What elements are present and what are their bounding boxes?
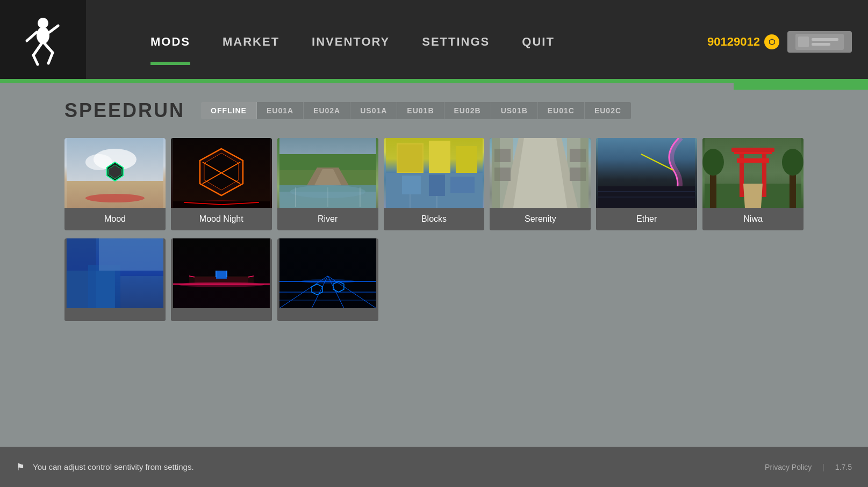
niwa-thumbnail-icon bbox=[702, 138, 804, 208]
svg-point-104 bbox=[301, 279, 355, 284]
map-card-serenity[interactable]: Serenity bbox=[490, 138, 591, 230]
svg-rect-46 bbox=[450, 177, 474, 193]
extra2-thumbnail-icon bbox=[171, 238, 272, 308]
svg-line-5 bbox=[33, 55, 38, 64]
serenity-thumbnail-icon bbox=[490, 138, 591, 208]
map-label-mood-night: Mood Night bbox=[171, 208, 272, 230]
nav-quit[interactable]: QUIT bbox=[522, 35, 555, 49]
svg-rect-68 bbox=[740, 149, 744, 197]
header-green-bar bbox=[0, 79, 868, 83]
svg-rect-9 bbox=[798, 37, 809, 47]
server-tab-us01b[interactable]: US01B bbox=[491, 102, 538, 119]
footer: ⚑ You can adjust control sentivity from … bbox=[0, 447, 868, 487]
section-title: SPEEDRUN bbox=[64, 99, 185, 122]
section-header: SPEEDRUN OFFLINE EU01A EU02A US01A EU01B… bbox=[64, 99, 804, 122]
map-card-extra3[interactable] bbox=[277, 238, 378, 321]
server-tab-us01a[interactable]: US01A bbox=[350, 102, 397, 119]
coin-display: 90129012 ⬡ bbox=[707, 34, 779, 49]
river-thumbnail-icon bbox=[277, 138, 378, 208]
map-thumb-ether bbox=[596, 138, 697, 208]
map-card-extra1[interactable] bbox=[64, 238, 166, 321]
green-accent-bar bbox=[734, 83, 868, 90]
footer-divider: | bbox=[822, 463, 824, 471]
svg-point-18 bbox=[85, 194, 145, 202]
svg-line-4 bbox=[33, 43, 42, 55]
nav-inventory[interactable]: INVENTORY bbox=[312, 35, 390, 49]
main-content: SPEEDRUN OFFLINE EU01A EU02A US01A EU01B… bbox=[0, 83, 868, 345]
map-label-extra3 bbox=[277, 308, 378, 321]
map-card-mood[interactable]: Mood bbox=[64, 138, 166, 230]
map-card-empty-4 bbox=[384, 238, 485, 321]
svg-rect-72 bbox=[731, 148, 774, 152]
server-tab-eu02b[interactable]: EU02B bbox=[444, 102, 491, 119]
main-nav: MODS MARKET INVENTORY SETTINGS QUIT bbox=[150, 35, 707, 49]
map-card-river[interactable]: River bbox=[277, 138, 378, 230]
mood-thumbnail-icon bbox=[64, 138, 166, 208]
map-card-niwa[interactable]: Niwa bbox=[702, 138, 804, 230]
map-grid-row2 bbox=[64, 238, 804, 321]
map-label-blocks: Blocks bbox=[384, 208, 485, 230]
svg-rect-42 bbox=[455, 146, 477, 173]
svg-rect-59 bbox=[492, 138, 500, 208]
footer-tip-text: You can adjust control sentivity from se… bbox=[33, 462, 194, 471]
coin-amount: 90129012 bbox=[707, 35, 760, 49]
nav-market[interactable]: MARKET bbox=[223, 35, 279, 49]
player-logo-icon bbox=[21, 15, 64, 69]
svg-line-6 bbox=[44, 43, 53, 53]
map-thumb-extra1 bbox=[64, 238, 166, 308]
map-thumb-blocks bbox=[384, 138, 485, 208]
map-card-extra2[interactable] bbox=[171, 238, 272, 321]
nav-mods[interactable]: MODS bbox=[150, 35, 190, 49]
profile-button[interactable] bbox=[787, 31, 852, 53]
map-card-empty-6 bbox=[596, 238, 697, 321]
server-tab-eu02a[interactable]: EU02A bbox=[304, 102, 350, 119]
mood-night-thumbnail-icon bbox=[171, 138, 272, 208]
server-tab-eu01c[interactable]: EU01C bbox=[538, 102, 585, 119]
svg-line-7 bbox=[48, 53, 53, 63]
svg-rect-81 bbox=[88, 265, 120, 308]
map-card-blocks[interactable]: Blocks bbox=[384, 138, 485, 230]
svg-rect-94 bbox=[279, 238, 376, 308]
server-tab-eu01b[interactable]: EU01B bbox=[397, 102, 444, 119]
server-tabs: OFFLINE EU01A EU02A US01A EU01B EU02B US… bbox=[201, 102, 631, 119]
map-label-niwa: Niwa bbox=[702, 208, 804, 230]
ether-thumbnail-icon bbox=[596, 138, 697, 208]
privacy-policy-link[interactable]: Privacy Policy bbox=[765, 463, 812, 471]
svg-point-74 bbox=[702, 149, 724, 176]
map-label-ether: Ether bbox=[596, 208, 697, 230]
extra1-thumbnail-icon bbox=[64, 238, 166, 308]
svg-marker-77 bbox=[743, 184, 763, 208]
map-label-mood: Mood bbox=[64, 208, 166, 230]
svg-point-76 bbox=[782, 149, 804, 176]
header-right: 90129012 ⬡ bbox=[707, 31, 852, 53]
server-tab-offline[interactable]: OFFLINE bbox=[201, 102, 257, 119]
flag-icon: ⚑ bbox=[16, 461, 25, 473]
version-label: 1.7.5 bbox=[835, 463, 852, 471]
map-thumb-mood bbox=[64, 138, 166, 208]
svg-rect-82 bbox=[120, 276, 163, 308]
svg-rect-83 bbox=[99, 238, 163, 271]
map-thumb-extra3 bbox=[277, 238, 378, 308]
svg-rect-45 bbox=[428, 175, 444, 196]
map-card-ether[interactable]: Ether bbox=[596, 138, 697, 230]
svg-rect-44 bbox=[401, 176, 420, 194]
svg-rect-69 bbox=[762, 149, 766, 197]
map-thumb-serenity bbox=[490, 138, 591, 208]
server-tab-eu01a[interactable]: EU01A bbox=[257, 102, 304, 119]
header: MODS MARKET INVENTORY SETTINGS QUIT 9012… bbox=[0, 0, 868, 83]
profile-image-icon bbox=[795, 34, 844, 50]
svg-line-2 bbox=[27, 32, 37, 41]
svg-line-3 bbox=[49, 26, 58, 32]
map-label-extra2 bbox=[171, 308, 272, 321]
server-tab-eu02c[interactable]: EU02C bbox=[585, 102, 631, 119]
map-card-mood-night[interactable]: Mood Night bbox=[171, 138, 272, 230]
map-thumb-mood-night bbox=[171, 138, 272, 208]
svg-rect-71 bbox=[737, 158, 769, 163]
coin-icon: ⬡ bbox=[764, 34, 779, 49]
map-label-extra1 bbox=[64, 308, 166, 321]
map-card-empty-5 bbox=[490, 238, 591, 321]
svg-rect-11 bbox=[812, 43, 830, 46]
svg-rect-10 bbox=[812, 38, 838, 41]
map-thumb-extra2 bbox=[171, 238, 272, 308]
nav-settings[interactable]: SETTINGS bbox=[422, 35, 490, 49]
